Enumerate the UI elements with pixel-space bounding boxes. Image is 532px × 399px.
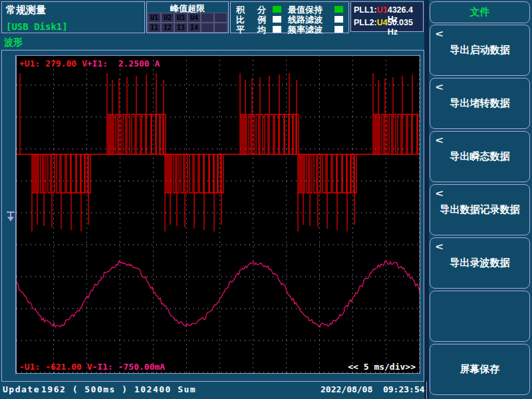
sidebar-button-3[interactable]: 导出瞬态数据<	[430, 131, 530, 182]
peak-indicator-table: U1U2U3U4I1I2I3I4	[148, 13, 227, 33]
pll-channel: U4	[377, 18, 388, 27]
peak-cell-empty	[214, 13, 227, 23]
sidebar-button-label: 导出堵转数据	[450, 97, 510, 110]
chevron-left-icon: <	[436, 81, 443, 92]
option-label: 均	[257, 24, 266, 36]
option-indicator-比例	[273, 16, 281, 23]
peak-cell-u3: U3	[174, 13, 188, 23]
peak-cell-empty	[214, 23, 227, 33]
pll-value: 4326.4 Hz	[388, 5, 420, 17]
option-indicator-线路滤波	[334, 16, 343, 23]
pll-panel: PLL1:U14326.4 HzPLL2:U450.035 Hz	[350, 1, 424, 32]
option-row-3: 平均频率滤波	[231, 24, 348, 34]
i1-bottom-scale: -I1: -750.00mA	[92, 362, 166, 372]
sidebar-title-file: 文件	[430, 1, 530, 23]
peak-cell-u4: U4	[188, 13, 201, 23]
pll-name: PLL2:U4	[354, 18, 388, 30]
datetime-display: 2022/08/08 09:23:54	[321, 384, 425, 394]
option-label: 平	[236, 24, 245, 36]
sidebar-button-label: 导出数据记录数据	[440, 203, 520, 216]
power-analyzer-screen: { "header": { "mode_title": "常规测量", "usb…	[0, 0, 532, 399]
sidebar-button-label: 导出瞬态数据	[450, 150, 510, 163]
pll-value: 50.035 Hz	[388, 18, 420, 30]
u1-top-scale: +U1: 279.00 V	[19, 59, 87, 68]
current-trace-i1	[17, 261, 420, 327]
peak-cell-empty	[201, 23, 214, 33]
sidebar-button-label: 导出录波数据	[450, 257, 510, 269]
i1-top-scale: +I1: 2.2500 A	[87, 59, 160, 68]
filter-options-panel: 积分最值保持比例线路滤波平均频率滤波	[230, 1, 349, 33]
peak-over-limit-panel: 峰值超限 U1U2U3U4I1I2I3I4	[146, 1, 229, 33]
pll-row-1: PLL1:U14326.4 Hz	[354, 5, 420, 17]
peak-cell-u2: U2	[161, 13, 174, 23]
option-indicator-积分	[273, 6, 281, 13]
scale-label-bottom: -U1: -621.00 V-I1: -750.00mA	[19, 362, 165, 372]
peak-row-2: I1I2I3I4	[148, 23, 227, 33]
timebase-label: << 5 ms/div>>	[348, 362, 416, 372]
pll-name: PLL1:U1	[354, 5, 388, 17]
chevron-left-icon: <	[436, 134, 443, 146]
chevron-left-icon: <	[436, 28, 443, 39]
peak-cell-empty	[201, 13, 214, 23]
waveform-plot-area: +U1: 279.00 V+I1: 2.2500 A -U1: -621.00 …	[15, 55, 420, 374]
option-indicator-最值保持	[334, 6, 343, 13]
sidebar-button-1[interactable]: 导出启动数据<	[430, 25, 530, 76]
mode-title: 常规测量	[6, 4, 46, 17]
option-row-1: 积分最值保持	[231, 4, 348, 14]
waveform-canvas	[17, 56, 420, 373]
peak-cell-i3: I3	[174, 23, 188, 33]
option-row-2: 比例线路滤波	[231, 14, 348, 24]
measure-mode-panel: 常规测量 [USB Disk1]	[1, 1, 145, 33]
option-indicator-平均	[273, 26, 281, 33]
peak-cell-u1: U1	[148, 13, 161, 23]
scale-label-top: +U1: 279.00 V+I1: 2.2500 A	[19, 59, 160, 68]
sidebar-button-4[interactable]: 导出数据记录数据<	[430, 184, 530, 235]
u1-bottom-scale: -U1: -621.00 V	[19, 362, 92, 372]
chevron-left-icon: <	[436, 241, 443, 252]
update-label: Update	[3, 384, 40, 394]
waveform-panel-title: 波形	[4, 37, 23, 49]
sidebar-button-5[interactable]: 导出录波数据<	[430, 237, 530, 289]
sidebar-divider-line	[426, 382, 427, 399]
option-indicator-频率滤波	[334, 26, 343, 33]
peak-row-1: U1U2U3U4	[148, 13, 227, 23]
voltage-trace-u1	[17, 73, 420, 231]
pll-row-2: PLL2:U450.035 Hz	[354, 18, 420, 30]
sidebar-button-label: 导出启动数据	[450, 44, 510, 57]
sidebar-button-6	[430, 291, 530, 342]
pll-channel: U1	[377, 5, 388, 15]
peak-cell-i4: I4	[188, 23, 201, 33]
grid-dots	[17, 56, 420, 372]
option-label: 频率滤波	[288, 24, 323, 36]
sidebar-divider	[424, 0, 429, 399]
trigger-marker-icon	[6, 210, 17, 222]
chevron-left-icon: <	[436, 188, 443, 199]
peak-cell-i1: I1	[148, 23, 161, 33]
peak-cell-i2: I2	[161, 23, 174, 33]
sidebar-button-2[interactable]: 导出堵转数据<	[430, 78, 530, 129]
update-counter: 1962 ( 500ms ) 102400 Sum	[41, 384, 196, 394]
softkey-sidebar: 文件 导出启动数据<导出堵转数据<导出瞬态数据<导出数据记录数据<导出录波数据<…	[429, 0, 531, 399]
usb-disk-label: [USB Disk1]	[6, 21, 68, 32]
sidebar-button-label: 屏幕保存	[460, 363, 500, 376]
sidebar-button-7[interactable]: 屏幕保存	[430, 344, 530, 395]
